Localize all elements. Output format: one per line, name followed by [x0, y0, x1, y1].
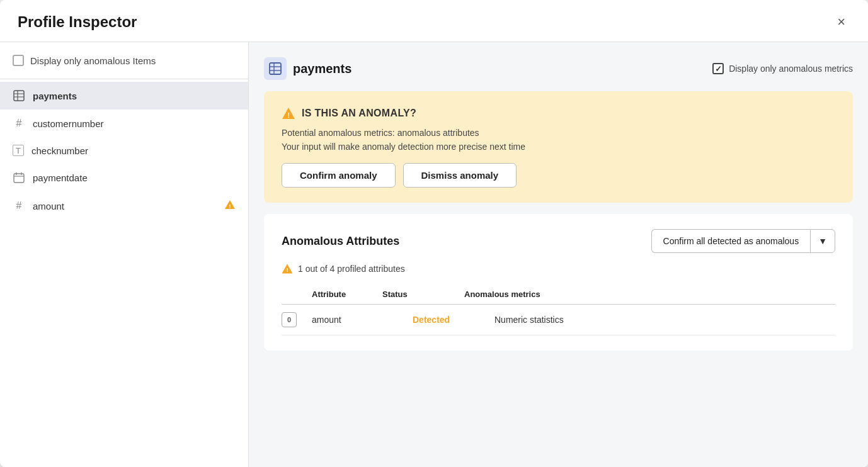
- payments-table-icon-box: [264, 57, 287, 80]
- confirm-all-button[interactable]: Confirm all detected as anomalous: [651, 229, 811, 253]
- sidebar-item-amount-label: amount: [33, 201, 64, 211]
- modal-title: Profile Inspector: [18, 13, 137, 31]
- sidebar-item-checknumber[interactable]: T checknumber: [0, 137, 248, 164]
- anomaly-desc2: Your input will make anomaly detection m…: [282, 142, 835, 152]
- display-only-metrics-row[interactable]: Display only anomalous metrics: [712, 63, 853, 74]
- anomaly-card: ! IS THIS AN ANOMALY? Potential anomalou…: [264, 91, 853, 203]
- profiled-warning-icon: !: [282, 263, 293, 274]
- sidebar-item-paymentdate-label: paymentdate: [33, 172, 88, 183]
- row-icon-col: 0: [282, 312, 312, 327]
- numeric-icon: 0: [282, 312, 297, 327]
- confirm-all-button-wrap: Confirm all detected as anomalous ▼: [651, 229, 835, 253]
- display-only-items-checkbox[interactable]: [13, 55, 24, 66]
- profiled-row: ! 1 out of 4 profiled attributes: [282, 263, 835, 274]
- svg-text:!: !: [229, 203, 231, 210]
- right-panel-header: payments Display only anomalous metrics: [264, 57, 853, 80]
- col-header-anomalous-metrics: Anomalous metrics: [464, 290, 835, 299]
- attributes-title: Anomalous Attributes: [282, 235, 399, 248]
- payments-table-icon: [269, 62, 282, 75]
- anomaly-buttons: Confirm anomaly Dismiss anomaly: [282, 163, 835, 188]
- profile-inspector-modal: Profile Inspector × Display only anomalo…: [0, 0, 868, 467]
- left-panel: Display only anomalous Items payments #: [0, 42, 249, 467]
- display-only-items-row[interactable]: Display only anomalous Items: [0, 55, 248, 79]
- svg-text:!: !: [287, 111, 290, 119]
- col-header-attribute: Attribute: [282, 290, 382, 299]
- display-only-metrics-checkbox[interactable]: [712, 63, 724, 74]
- modal-header: Profile Inspector ×: [0, 0, 868, 42]
- divider: [0, 79, 248, 79]
- right-panel-title: payments: [293, 62, 351, 76]
- confirm-all-chevron-button[interactable]: ▼: [810, 229, 835, 253]
- attributes-card-header: Anomalous Attributes Confirm all detecte…: [282, 229, 835, 253]
- row-anomalous-metrics: Numeric statistics: [494, 315, 835, 325]
- modal-body: Display only anomalous Items payments #: [0, 42, 868, 467]
- hash-icon-amount: #: [13, 200, 25, 212]
- confirm-anomaly-button[interactable]: Confirm anomaly: [282, 163, 396, 188]
- sidebar-item-customernumber[interactable]: # customernumber: [0, 110, 248, 137]
- anomaly-card-header: ! IS THIS AN ANOMALY?: [282, 106, 835, 120]
- svg-rect-4: [14, 174, 24, 183]
- display-only-items-label: Display only anomalous Items: [30, 55, 156, 66]
- row-status: Detected: [413, 315, 494, 325]
- attributes-table-header: Attribute Status Anomalous metrics: [282, 284, 835, 305]
- anomaly-heading: IS THIS AN ANOMALY?: [302, 108, 416, 119]
- right-panel: payments Display only anomalous metrics …: [249, 42, 868, 467]
- hash-icon-customernumber: #: [13, 117, 25, 130]
- anomaly-desc1: Potential anomalous metrics: anomalous a…: [282, 128, 835, 138]
- display-only-metrics-label: Display only anomalous metrics: [729, 64, 853, 74]
- sidebar-item-payments[interactable]: payments: [0, 82, 248, 110]
- sidebar-item-amount[interactable]: # amount !: [0, 191, 248, 220]
- anomaly-warning-icon: !: [282, 106, 295, 120]
- col-header-status: Status: [382, 290, 464, 299]
- text-icon-checknumber: T: [13, 145, 24, 156]
- close-button[interactable]: ×: [832, 13, 850, 31]
- row-attribute: amount: [312, 315, 413, 325]
- dismiss-anomaly-button[interactable]: Dismiss anomaly: [403, 163, 517, 188]
- right-header-left: payments: [264, 57, 351, 80]
- profiled-text: 1 out of 4 profiled attributes: [298, 264, 405, 274]
- table-row[interactable]: 0 amount Detected Numeric statistics: [282, 305, 835, 335]
- svg-rect-0: [14, 91, 24, 101]
- attributes-card: Anomalous Attributes Confirm all detecte…: [264, 214, 853, 351]
- amount-warning-icon: !: [224, 199, 236, 213]
- calendar-icon-paymentdate: [13, 171, 25, 184]
- svg-rect-10: [270, 63, 281, 74]
- sidebar-item-customernumber-label: customernumber: [33, 118, 104, 129]
- sidebar-item-payments-label: payments: [33, 91, 77, 101]
- table-icon: [13, 89, 25, 102]
- svg-text:!: !: [287, 267, 288, 273]
- sidebar-item-paymentdate[interactable]: paymentdate: [0, 164, 248, 191]
- sidebar-item-checknumber-label: checknumber: [31, 145, 88, 156]
